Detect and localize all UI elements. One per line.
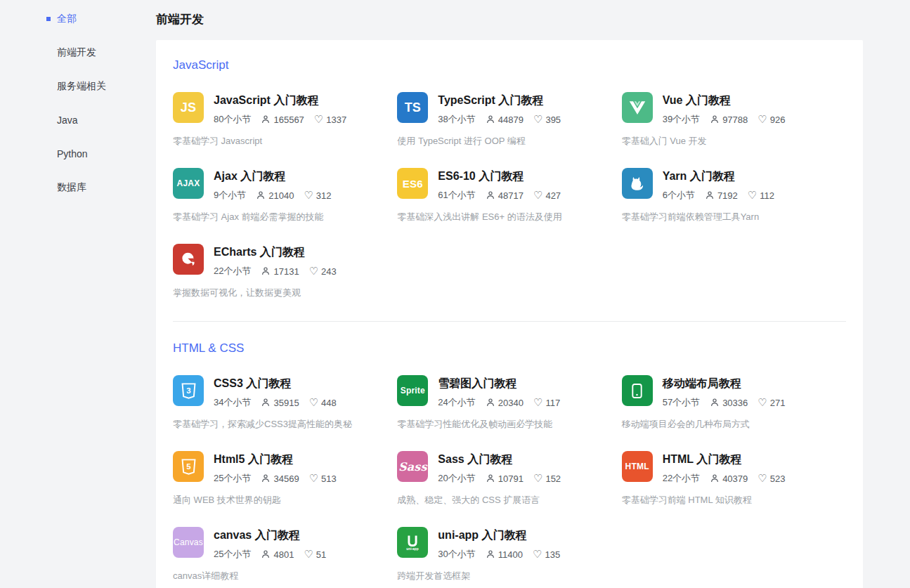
heart-icon: ♡ (533, 190, 542, 200)
sidebar-item-数据库[interactable]: 数据库 (0, 171, 156, 204)
heart-icon: ♡ (748, 190, 757, 200)
course-stats: 22个小节 17131 ♡ 243 (214, 265, 337, 277)
sprite-icon: Sprite (397, 375, 428, 406)
course-info: canvas 入门教程 25个小节 4801 ♡ 51 (214, 527, 326, 561)
student-count: 48717 (498, 190, 524, 201)
person-icon (486, 473, 495, 483)
student-stat: 40379 (710, 473, 748, 484)
sidebar-item-前端开发[interactable]: 前端开发 (0, 36, 156, 70)
course-title[interactable]: Yarn 入门教程 (663, 168, 774, 184)
html5-shield-icon: 5 (173, 451, 204, 482)
like-count: 312 (316, 190, 332, 201)
course-info: JavaScript 入门教程 80个小节 165567 ♡ 1337 (214, 92, 346, 126)
course-card[interactable]: HTML HTML 入门教程 22个小节 40379 ♡ 523 零基础学习前端… (622, 451, 846, 507)
course-section: JavaScript JS JavaScript 入门教程 80个小节 1655… (173, 57, 846, 320)
es6-icon: ES6 (397, 168, 428, 199)
like-count: 135 (545, 549, 560, 560)
course-card[interactable]: 移动端布局教程 57个小节 30336 ♡ 271 移动端项目必会的几种布局方式 (622, 375, 846, 431)
sidebar-item-Python[interactable]: Python (0, 137, 156, 171)
section-count: 38个小节 (438, 113, 475, 126)
course-title[interactable]: TypeScript 入门教程 (438, 92, 561, 108)
course-title[interactable]: Sass 入门教程 (438, 451, 561, 467)
css3-shield-icon: 3 (173, 375, 204, 406)
student-count: 17131 (273, 266, 299, 277)
course-title[interactable]: 移动端布局教程 (663, 375, 786, 391)
course-card[interactable]: uni-app uni-app 入门教程 30个小节 11400 ♡ 135 跨… (397, 527, 621, 582)
course-title[interactable]: Vue 入门教程 (663, 92, 786, 108)
course-title[interactable]: CSS3 入门教程 (214, 375, 337, 391)
like-stat: ♡ 448 (309, 398, 337, 408)
course-title[interactable]: 雪碧图入门教程 (438, 375, 560, 391)
course-stats: 22个小节 40379 ♡ 523 (663, 472, 786, 485)
sidebar-item-label: 全部 (57, 13, 77, 25)
course-title[interactable]: uni-app 入门教程 (438, 527, 560, 543)
course-card[interactable]: Vue 入门教程 39个小节 97788 ♡ 926 零基础入门 Vue 开发 (622, 92, 846, 148)
like-stat: ♡ 395 (533, 115, 561, 125)
person-icon (261, 549, 271, 559)
course-description: 零基础学习前端 HTML 知识教程 (622, 494, 846, 507)
student-stat: 4801 (261, 549, 294, 560)
course-title[interactable]: Ajax 入门教程 (214, 168, 332, 184)
course-card[interactable]: ES6 ES6-10 入门教程 61个小节 48717 ♡ 427 零基础深入浅… (397, 168, 621, 223)
sidebar-item-label: 数据库 (57, 181, 86, 194)
course-title[interactable]: ES6-10 入门教程 (438, 168, 561, 184)
heart-icon: ♡ (533, 473, 542, 483)
course-title[interactable]: HTML 入门教程 (663, 451, 786, 467)
student-count: 30336 (722, 398, 748, 408)
like-count: 271 (770, 398, 786, 408)
course-description: 零基础深入浅出讲解 ES6+ 的语法及使用 (397, 211, 621, 223)
course-stats: 39个小节 97788 ♡ 926 (663, 113, 786, 126)
course-card[interactable]: TS TypeScript 入门教程 38个小节 44879 ♡ 395 使用 … (397, 92, 621, 148)
course-stats: 25个小节 4801 ♡ 51 (214, 548, 326, 561)
sidebar-item-label: Python (57, 148, 88, 159)
course-stats: 38个小节 44879 ♡ 395 (438, 113, 561, 126)
person-icon (256, 190, 266, 200)
course-title[interactable]: canvas 入门教程 (214, 527, 326, 543)
like-count: 523 (770, 473, 786, 484)
course-card[interactable]: Sass Sass 入门教程 20个小节 10791 ♡ 152 成熟、稳定、强… (397, 451, 621, 507)
course-card[interactable]: Yarn 入门教程 6个小节 7192 ♡ 112 零基础学习前端依赖管理工具Y… (622, 168, 846, 223)
like-stat: ♡ 271 (758, 398, 785, 408)
category-list: 全部 前端开发 服务端相关 Java Python 数据库 (0, 2, 156, 204)
sidebar-item-服务端相关[interactable]: 服务端相关 (0, 70, 156, 103)
course-description: 通向 WEB 技术世界的钥匙 (173, 494, 397, 507)
course-title[interactable]: ECharts 入门教程 (214, 244, 337, 260)
sidebar-item-Java[interactable]: Java (0, 103, 156, 137)
course-card[interactable]: 3 CSS3 入门教程 34个小节 35915 ♡ 448 零基础学习，探索减少… (173, 375, 397, 431)
course-stats: 61个小节 48717 ♡ 427 (438, 189, 561, 202)
course-card-header: Sass Sass 入门教程 20个小节 10791 ♡ 152 (397, 451, 621, 485)
course-title[interactable]: Html5 入门教程 (214, 451, 337, 467)
course-card[interactable]: AJAX Ajax 入门教程 9个小节 21040 ♡ 312 零基础学习 Aj… (173, 168, 397, 223)
sass-icon: Sass (397, 451, 428, 482)
person-icon (486, 190, 495, 200)
student-count: 11400 (498, 549, 523, 560)
course-card[interactable]: 5 Html5 入门教程 25个小节 34569 ♡ 513 通向 WEB 技术… (173, 451, 397, 507)
course-stats: 30个小节 11400 ♡ 135 (438, 548, 560, 561)
section-count: 25个小节 (214, 548, 251, 561)
course-description: 掌握数据可视化，让数据更美观 (173, 287, 397, 299)
page-title: 前端开发 (156, 11, 863, 28)
heart-icon: ♡ (309, 473, 318, 483)
like-count: 152 (545, 473, 561, 484)
course-stats: 25个小节 34569 ♡ 513 (214, 472, 337, 485)
course-description: 成熟、稳定、强大的 CSS 扩展语言 (397, 494, 621, 507)
course-card[interactable]: Sprite 雪碧图入门教程 24个小节 20340 ♡ 117 零基础学习性能… (397, 375, 621, 431)
course-card[interactable]: Canvas canvas 入门教程 25个小节 4801 ♡ 51 canva… (173, 527, 397, 582)
app-root: 全部 前端开发 服务端相关 Java Python 数据库 前端开发 JavaS… (0, 0, 910, 588)
course-info: Vue 入门教程 39个小节 97788 ♡ 926 (663, 92, 786, 126)
like-stat: ♡ 926 (758, 115, 785, 125)
sidebar-item-全部[interactable]: 全部 (0, 2, 156, 36)
course-info: uni-app 入门教程 30个小节 11400 ♡ 135 (438, 527, 560, 561)
course-title[interactable]: JavaScript 入门教程 (214, 92, 346, 108)
section-count: 25个小节 (214, 472, 251, 485)
course-description: 零基础学习 Javascript (173, 135, 397, 148)
course-card[interactable]: ECharts 入门教程 22个小节 17131 ♡ 243 掌握数据可视化，让… (173, 244, 397, 299)
student-count: 40379 (722, 473, 748, 484)
course-card[interactable]: JS JavaScript 入门教程 80个小节 165567 ♡ 1337 零… (173, 92, 397, 148)
student-stat: 20340 (486, 398, 524, 408)
section-count: 61个小节 (438, 189, 475, 202)
heart-icon: ♡ (758, 473, 767, 483)
student-stat: 165567 (261, 115, 304, 125)
student-stat: 21040 (256, 190, 294, 201)
section-count: 30个小节 (438, 548, 475, 561)
